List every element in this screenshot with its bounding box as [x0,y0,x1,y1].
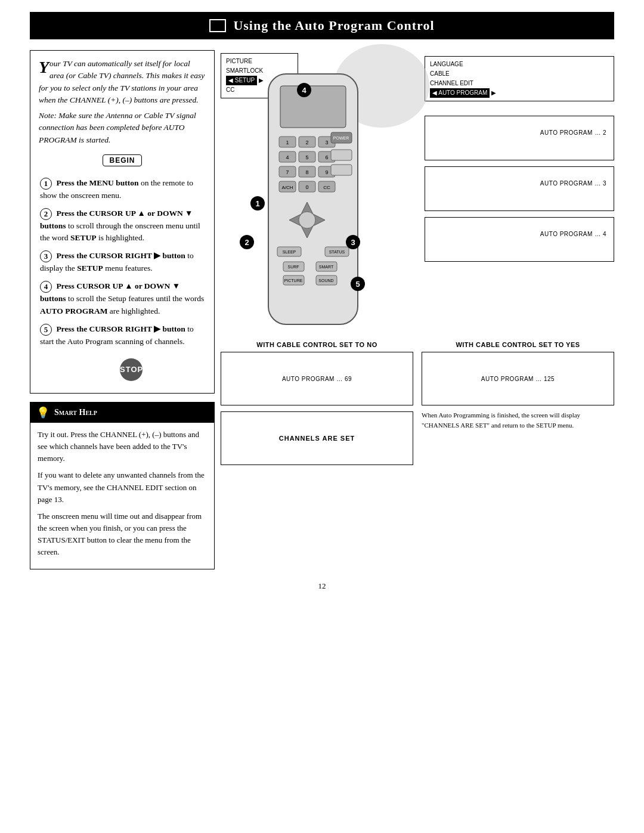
svg-text:A/CH: A/CH [281,185,293,190]
step-5: 5 Press the CURSOR RIGHT ▶ button to sta… [40,323,205,348]
step-num-2: 2 [40,208,52,220]
svg-text:6: 6 [325,154,328,160]
page-number: 12 [30,581,614,591]
svg-rect-25 [331,165,352,175]
smart-help-box: 💡 Smart Help Try it out. Press the CHANN… [30,402,215,569]
cable-yes-column: WITH CABLE CONTROL SET TO YES AUTO PROGR… [422,341,614,430]
channels-set-text: CHANNELS ARE SET [279,435,355,442]
step-circle-5: 5 [351,277,365,291]
smart-help-para2: If you want to delete any unwanted chann… [38,469,207,505]
svg-text:SURF: SURF [287,265,299,269]
svg-text:3: 3 [325,140,328,145]
step-num-3: 3 [40,250,52,262]
smart-help-header: 💡 Smart Help [30,402,214,423]
svg-text:0: 0 [305,184,308,190]
svg-text:SLEEP: SLEEP [283,250,296,254]
cable-no-prog-num: AUTO PROGRAM … 69 [226,376,408,382]
left-column: Y our TV can automatically set itself fo… [30,50,215,569]
panel-label-2: AUTO PROGRAM … 3 [432,180,606,187]
page-title: Using the Auto Program Control [233,18,434,33]
svg-text:2: 2 [305,140,308,145]
bottom-section: WITH CABLE CONTROL SET TO NO AUTO PROGRA… [221,341,614,465]
svg-text:SOUND: SOUND [318,278,333,283]
svg-text:8: 8 [305,169,308,175]
auto-prog-panel-1: AUTO PROGRAM … 2 [425,116,614,160]
page-header: Using the Auto Program Control [30,12,614,39]
svg-rect-17 [331,150,352,160]
screen2-box: LANGUAGE CABLE CHANNEL EDIT ◀ AUTO PROGR… [425,56,614,101]
cable-yes-prog-screen: AUTO PROGRAM … 125 [422,352,614,405]
drop-cap: Y [39,59,49,76]
stop-badge: STOP [120,358,143,381]
svg-rect-1 [280,86,346,128]
svg-text:7: 7 [286,169,289,175]
page: Using the Auto Program Control Y our TV … [24,0,620,603]
screen2-item-auto-program: ◀ AUTO PROGRAM ▶ [430,88,609,98]
intro-box: Y our TV can automatically set itself fo… [30,50,215,394]
screen2-item-cable: CABLE [430,69,609,79]
steps-area: 1 Press the MENU button on the remote to… [39,177,206,383]
svg-text:5: 5 [305,154,308,160]
finish-note: When Auto Programming is finished, the s… [422,410,614,430]
cable-no-prog-screen: AUTO PROGRAM … 69 [221,352,413,405]
svg-text:SMART: SMART [319,265,334,269]
svg-text:4: 4 [286,154,289,160]
auto-prog-panel-2: AUTO PROGRAM … 3 [425,166,614,211]
remote-image: 1 2 3 POWER 4 5 6 CH+ [244,68,417,333]
smart-help-para3: The onscreen menu will time out and disa… [38,510,207,559]
step-num-5: 5 [40,324,52,336]
top-row: PICTURE SMARTLOCK ◀ SETUP ▶ CC 4 [221,50,614,333]
header-icon-box [209,19,226,32]
panel-label-3: AUTO PROGRAM … 4 [432,231,606,237]
svg-text:1: 1 [286,140,289,145]
screen2-item-language: LANGUAGE [430,60,609,69]
smart-help-para1: Try it out. Press the CHANNEL (+), (–) b… [38,429,207,465]
content-row: Y our TV can automatically set itself fo… [30,50,614,569]
begin-badge: BEGIN [103,154,141,166]
right-panels-column: LANGUAGE CABLE CHANNEL EDIT ◀ AUTO PROGR… [425,50,614,262]
step-circle-2: 2 [240,235,254,249]
step-4: 4 Press CURSOR UP ▲ or DOWN ▼ buttons to… [40,280,205,317]
cable-no-label: WITH CABLE CONTROL SET TO NO [221,341,413,348]
step-2: 2 Press the CURSOR UP ▲ or DOWN ▼ button… [40,208,205,244]
panel-label-1: AUTO PROGRAM … 2 [432,129,606,136]
svg-point-36 [299,212,315,228]
step-circle-1: 1 [250,196,265,210]
cable-yes-prog-num: AUTO PROGRAM … 125 [427,376,609,382]
svg-text:PICTURE: PICTURE [284,278,303,283]
channels-set-screen: CHANNELS ARE SET [221,411,413,465]
intro-note: Note: Make sure the Antenna or Cable TV … [39,110,206,146]
step-1: 1 Press the MENU button on the remote to… [40,177,205,202]
svg-text:9: 9 [325,169,328,175]
step-circle-3: 3 [346,235,360,249]
step-num-1: 1 [40,178,52,190]
smart-help-body: Try it out. Press the CHANNEL (+), (–) b… [30,423,214,569]
step-overlay-4: 4 [297,83,311,97]
step-3: 3 Press the CURSOR RIGHT ▶ button to dis… [40,250,205,274]
svg-text:STATUS: STATUS [329,250,345,254]
screen2-item-channel-edit: CHANNEL EDIT [430,79,609,88]
svg-text:CC: CC [323,185,330,190]
auto-prog-panel-3: AUTO PROGRAM … 4 [425,217,614,262]
intro-para1: Y our TV can automatically set itself fo… [39,58,206,106]
cable-no-column: WITH CABLE CONTROL SET TO NO AUTO PROGRA… [221,341,413,465]
cable-yes-label: WITH CABLE CONTROL SET TO YES [422,341,614,348]
remote-area: PICTURE SMARTLOCK ◀ SETUP ▶ CC 4 [221,50,417,333]
mid-and-right: PICTURE SMARTLOCK ◀ SETUP ▶ CC 4 [221,50,614,569]
screen1-item-picture: PICTURE [226,57,293,66]
lightbulb-icon: 💡 [36,406,49,419]
svg-text:POWER: POWER [333,136,349,140]
step-num-4: 4 [40,281,52,293]
smart-help-title: Smart Help [54,408,97,417]
